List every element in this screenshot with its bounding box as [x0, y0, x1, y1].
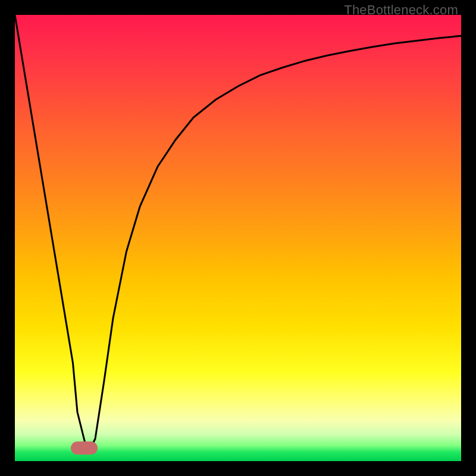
- optimum-marker: [71, 441, 98, 455]
- curve-svg: [15, 15, 461, 461]
- plot-area: [15, 15, 461, 461]
- chart-frame: TheBottleneck.com: [0, 0, 476, 476]
- bottleneck-curve-path: [15, 15, 461, 448]
